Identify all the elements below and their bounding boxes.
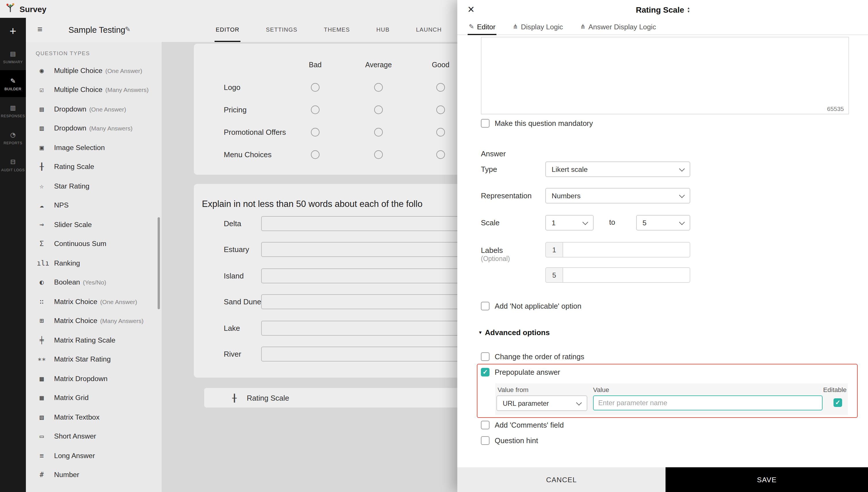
reorder-question-control[interactable]: ▴▾ [688,6,690,13]
modal-body: 65535 Make this question mandatory Answe… [457,34,868,467]
label-row: 5 [545,267,690,283]
cancel-button[interactable]: CANCEL [457,467,666,492]
mandatory-label: Make this question mandatory [495,119,593,128]
prepopulate-config-panel: Value from URL parameter Value Editable [495,384,848,415]
comments-row: Add 'Comments' field [481,421,564,429]
modal-tab-label: Answer Display Logic [588,23,656,31]
char-count: 65535 [827,105,844,112]
value-from-select[interactable]: URL parameter [496,395,587,411]
prepopulate-label: Prepopulate answer [495,368,560,376]
pencil-icon: ✎ [469,23,474,30]
scale-to-select[interactable]: 5 [636,215,690,230]
scale-label: Scale [481,218,499,227]
representation-select-value: Numbers [552,192,581,200]
fork-icon: ⋔ [580,23,585,30]
mandatory-checkbox[interactable] [481,119,490,128]
modal-tab[interactable]: ⋔ Display Logic [512,19,564,34]
scale-from-value: 1 [552,219,556,227]
value-label: Value [593,386,609,393]
answer-section-label: Answer [481,149,506,158]
modal-tab-label: Display Logic [521,23,563,31]
modal-tab[interactable]: ✎ Editor [468,19,497,34]
question-hint-row: Question hint [481,436,538,445]
comments-label: Add 'Comments' field [495,421,564,429]
modal-header: Rating Scale ▴▾ [457,0,868,19]
scale-from-select[interactable]: 1 [545,215,594,230]
prepopulate-row: Prepopulate answer [481,368,560,376]
comments-checkbox[interactable] [481,421,490,429]
scale-to-word: to [609,218,615,226]
value-from-select-value: URL parameter [503,399,549,407]
labels-rows: 1 5 [545,242,690,293]
fork-icon: ⋔ [513,23,518,30]
question-hint-checkbox[interactable] [481,436,490,445]
change-order-row: Change the order of ratings [481,352,584,361]
modal-title: Rating Scale [636,5,684,14]
label-row-input[interactable] [563,267,690,283]
type-select-value: Likert scale [552,165,588,173]
modal-footer: CANCEL SAVE [457,467,868,492]
question-text-area[interactable]: 65535 [481,37,849,114]
scale-to-value: 5 [642,219,647,227]
prepopulate-checkbox[interactable] [481,368,490,376]
labels-label: Labels [481,246,503,255]
question-editor-modal: × Rating Scale ▴▾ ✎ Editor ⋔ Display Log… [457,0,868,492]
modal-tab-label: Editor [477,23,495,31]
chevron-down-icon: ▾ [479,330,482,335]
not-applicable-label: Add 'Not applicable' option [495,302,581,311]
save-button[interactable]: SAVE [666,467,868,492]
not-applicable-row: Add 'Not applicable' option [481,302,581,311]
label-row-prefix: 5 [545,267,563,283]
advanced-options-label: Advanced options [485,328,549,337]
value-from-label: Value from [497,386,529,393]
representation-select[interactable]: Numbers [545,188,690,203]
label-row-input[interactable] [563,242,690,257]
change-order-checkbox[interactable] [481,352,490,361]
label-row-prefix: 1 [545,242,563,257]
mandatory-row: Make this question mandatory [481,119,593,128]
type-label: Type [481,165,497,174]
app-root: Survey + ▤ SUMMARY ✎ BUILDER ▥ RESPONSES… [0,0,868,492]
modal-tab[interactable]: ⋔ Answer Display Logic [579,19,657,34]
label-row: 1 [545,242,690,257]
editable-label: Editable [823,386,847,393]
parameter-name-input[interactable] [593,395,823,410]
representation-label: Representation [481,191,532,200]
question-hint-label: Question hint [495,436,538,445]
close-icon[interactable]: × [468,3,474,16]
editable-checkbox[interactable] [834,398,842,407]
type-select[interactable]: Likert scale [545,162,690,177]
advanced-options-toggle[interactable]: ▾ Advanced options [479,328,549,337]
modal-tabs: ✎ Editor ⋔ Display Logic ⋔ Answer Displa… [457,19,868,35]
change-order-label: Change the order of ratings [495,352,584,361]
not-applicable-checkbox[interactable] [481,302,490,311]
labels-optional-label: (Optional) [481,255,510,262]
